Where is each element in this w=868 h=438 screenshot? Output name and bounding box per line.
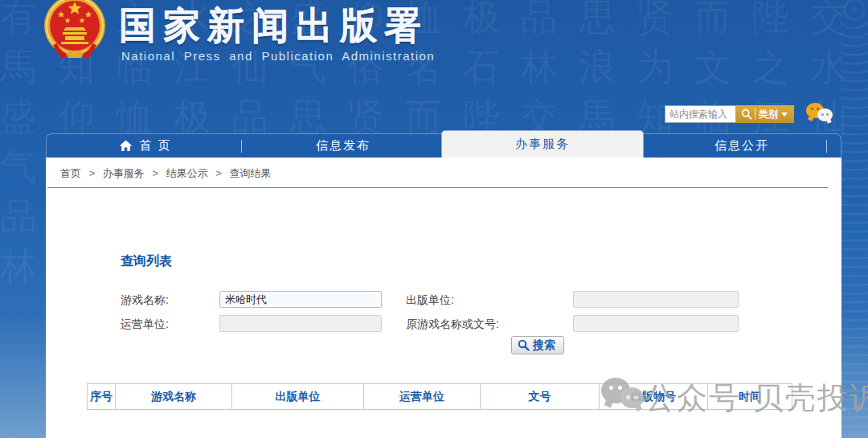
operator-label: 运营单位: [121,317,169,332]
original-name-input[interactable] [573,315,739,332]
nav-item-info-release-label: 信息发布 [316,138,371,154]
search-button-label: 搜索 [533,338,555,353]
site-subtitle: National Press and Publication Administr… [121,49,435,63]
column-header-publication-number: 出版物号 [600,384,708,410]
breadcrumb-item-current: 查询结果 [230,167,272,179]
content-panel: 首页 > 办事服务 > 结果公示 > 查询结果 查询列表 游戏名称: 出版单位:… [46,158,841,438]
game-name-input[interactable] [219,291,382,308]
category-dropdown[interactable]: 类别 [759,108,788,121]
nav-item-info-disclosure-label: 信息公开 [714,138,769,154]
breadcrumb-item-home[interactable]: 首页 [60,167,81,179]
breadcrumb-separator: > [215,167,222,179]
nav-item-services-label: 办事服务 [515,137,570,152]
operator-input[interactable] [219,315,382,332]
search-button[interactable]: 搜索 [511,336,564,354]
publisher-input[interactable] [573,291,739,308]
search-icon[interactable] [741,108,752,120]
breadcrumb: 首页 > 办事服务 > 结果公示 > 查询结果 [60,166,272,181]
page: 有为之水之盛仰恤极品思贤而陛交馬知临江仙气俗名石林浪为文之水盛仰恤极品思贤而陛交… [0,0,868,438]
site-search-controls: 类别 [736,105,794,123]
column-header-publisher: 出版单位 [232,384,364,410]
nav-item-home[interactable]: 首 页 [47,134,244,158]
wechat-icon[interactable] [806,103,835,127]
nav-item-info-disclosure[interactable]: 信息公开 [643,134,841,158]
national-emblem-logo [43,0,106,68]
nav-item-info-release[interactable]: 信息发布 [244,134,442,158]
breadcrumb-item-results[interactable]: 结果公示 [166,167,208,179]
section-title: 查询列表 [121,253,172,270]
breadcrumb-separator: > [89,167,96,179]
column-header-index: 序号 [88,384,116,410]
column-header-game-name: 游戏名称 [116,384,232,410]
column-header-time: 时间 [708,384,792,410]
search-icon [518,339,530,351]
site-title: 国家新闻出版署 [119,2,428,51]
column-header-operator: 运营单位 [364,384,481,410]
nav-item-home-label: 首 页 [139,138,171,154]
home-icon [119,140,133,152]
column-header-doc-number: 文号 [481,384,600,410]
breadcrumb-separator: > [152,167,158,179]
chevron-down-icon [781,113,788,117]
nav-divider [826,140,827,153]
results-table: 序号 游戏名称 出版单位 运营单位 文号 出版物号 时间 [87,383,792,410]
nav-item-services[interactable]: 办事服务 [442,131,643,158]
category-label: 类别 [759,108,778,121]
table-header-row: 序号 游戏名称 出版单位 运营单位 文号 出版物号 时间 [88,384,792,410]
breadcrumb-item-services[interactable]: 办事服务 [103,167,145,179]
site-search: 类别 [665,105,794,123]
site-header: 国家新闻出版署 National Press and Publication A… [0,0,868,133]
breadcrumb-divider [47,187,828,188]
publisher-label: 出版单位: [406,293,454,308]
original-name-label: 原游戏名称或文号: [406,317,499,332]
site-search-input[interactable] [665,105,736,123]
game-name-label: 游戏名称: [121,293,169,308]
main-nav: 首 页 信息发布 办事服务 信息公开 [46,133,841,158]
nav-divider [241,140,242,153]
search-divider [755,108,755,120]
